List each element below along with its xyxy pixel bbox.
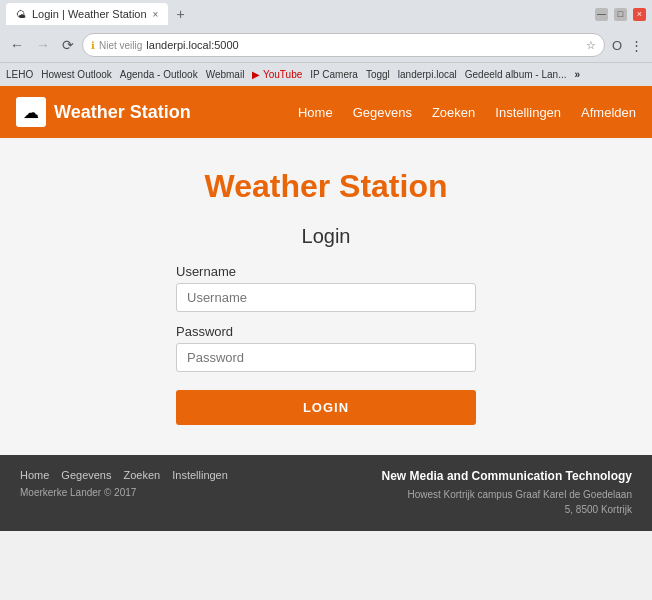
footer-left: Home Gegevens Zoeken Instellingen Moerke… — [20, 469, 362, 517]
address-bar[interactable]: ℹ Niet veilig ☆ — [82, 33, 605, 57]
address-bar-icons: ☆ — [586, 39, 596, 52]
bookmark-gedeeld[interactable]: Gedeeld album - Lan... — [465, 69, 567, 80]
footer-home[interactable]: Home — [20, 469, 49, 481]
tab-title: Login | Weather Station — [32, 8, 147, 20]
nav-home[interactable]: Home — [298, 105, 333, 120]
nav-afmelden[interactable]: Afmelden — [581, 105, 636, 120]
site-nav-links: Home Gegevens Zoeken Instellingen Afmeld… — [298, 105, 636, 120]
close-button[interactable]: × — [633, 8, 646, 21]
main-content: Weather Station Login Username Password … — [0, 138, 652, 455]
site-navbar: ☁ Weather Station Home Gegevens Zoeken I… — [0, 86, 652, 138]
footer-instellingen[interactable]: Instellingen — [172, 469, 228, 481]
forward-button[interactable]: → — [32, 35, 54, 55]
footer-address: Howest Kortrijk campus Graaf Karel de Go… — [382, 487, 632, 517]
new-tab-button[interactable]: + — [172, 6, 188, 22]
footer-address-line2: 5, 8500 Kortrijk — [565, 504, 632, 515]
bookmark-webmail[interactable]: Webmail — [206, 69, 245, 80]
back-button[interactable]: ← — [6, 35, 28, 55]
site-footer: Home Gegevens Zoeken Instellingen Moerke… — [0, 455, 652, 531]
bookmarks-bar: LEHO Howest Outlook Agenda - Outlook Web… — [0, 62, 652, 86]
footer-zoeken[interactable]: Zoeken — [124, 469, 161, 481]
site-title: Weather Station — [205, 168, 448, 205]
bookmark-ip-camera[interactable]: IP Camera — [310, 69, 358, 80]
cloud-icon: ☁ — [23, 103, 39, 122]
footer-nav: Home Gegevens Zoeken Instellingen — [20, 469, 362, 481]
password-label: Password — [176, 324, 476, 339]
lock-icon: ℹ — [91, 40, 95, 51]
opera-icon[interactable]: O — [609, 36, 625, 55]
nav-instellingen[interactable]: Instellingen — [495, 105, 561, 120]
browser-right-icons: O ⋮ — [609, 36, 646, 55]
bookmark-youtube[interactable]: ▶ YouTube — [252, 69, 302, 80]
footer-org-name: New Media and Communication Technology — [382, 469, 632, 483]
website: ☁ Weather Station Home Gegevens Zoeken I… — [0, 86, 652, 531]
minimize-button[interactable]: — — [595, 8, 608, 21]
browser-tab[interactable]: 🌤 Login | Weather Station × — [6, 3, 168, 25]
browser-chrome: 🌤 Login | Weather Station × + — □ × ← → … — [0, 0, 652, 86]
url-input[interactable] — [146, 39, 582, 51]
bookmark-landerpi[interactable]: landerpi.local — [398, 69, 457, 80]
footer-gegevens[interactable]: Gegevens — [61, 469, 111, 481]
nav-gegevens[interactable]: Gegevens — [353, 105, 412, 120]
password-group: Password — [176, 324, 476, 372]
logo-area: ☁ Weather Station — [16, 97, 298, 127]
logo-text: Weather Station — [54, 102, 191, 123]
login-heading: Login — [302, 225, 351, 248]
title-bar: 🌤 Login | Weather Station × + — □ × — [0, 0, 652, 28]
bookmark-leho[interactable]: LEHO — [6, 69, 33, 80]
bookmark-howest-outlook[interactable]: Howest Outlook — [41, 69, 112, 80]
username-group: Username — [176, 264, 476, 312]
bookmark-agenda[interactable]: Agenda - Outlook — [120, 69, 198, 80]
username-input[interactable] — [176, 283, 476, 312]
login-button[interactable]: LOGIN — [176, 390, 476, 425]
bookmark-star-icon[interactable]: ☆ — [586, 39, 596, 52]
not-secure-label: Niet veilig — [99, 40, 142, 51]
reload-button[interactable]: ⟳ — [58, 35, 78, 55]
tab-close-btn[interactable]: × — [153, 9, 159, 20]
maximize-button[interactable]: □ — [614, 8, 627, 21]
footer-copyright: Moerkerke Lander © 2017 — [20, 487, 362, 498]
menu-icon[interactable]: ⋮ — [627, 36, 646, 55]
username-label: Username — [176, 264, 476, 279]
window-controls: — □ × — [595, 8, 646, 21]
title-bar-left: 🌤 Login | Weather Station × + — [6, 3, 189, 25]
footer-address-line1: Howest Kortrijk campus Graaf Karel de Go… — [407, 489, 632, 500]
password-input[interactable] — [176, 343, 476, 372]
tab-favicon: 🌤 — [16, 9, 26, 20]
footer-right: New Media and Communication Technology H… — [382, 469, 632, 517]
bookmark-toggl[interactable]: Toggl — [366, 69, 390, 80]
login-box: Login Username Password LOGIN — [176, 225, 476, 425]
bookmark-other[interactable]: » — [574, 69, 580, 80]
nav-bar: ← → ⟳ ℹ Niet veilig ☆ O ⋮ — [0, 28, 652, 62]
logo-icon: ☁ — [16, 97, 46, 127]
nav-zoeken[interactable]: Zoeken — [432, 105, 475, 120]
